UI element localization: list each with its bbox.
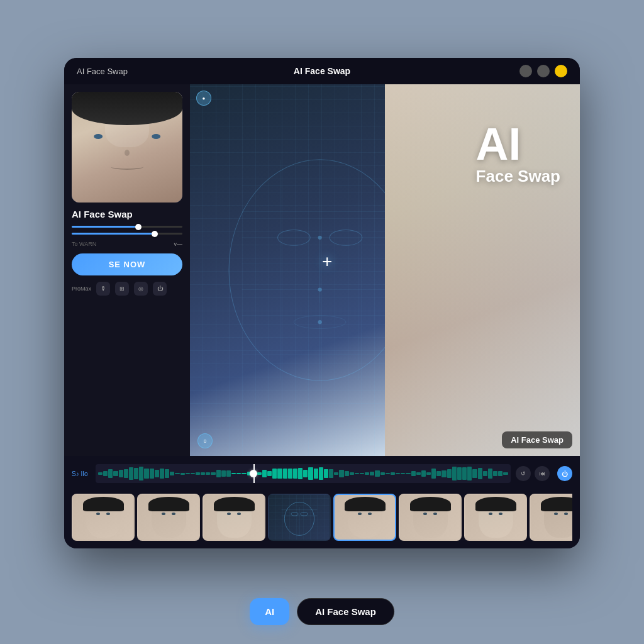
waveform-bar <box>334 472 338 475</box>
waveform-bar <box>277 469 282 479</box>
waveform-bar <box>201 472 205 475</box>
face-hair <box>72 92 182 125</box>
loop-button[interactable]: ↺ <box>516 466 531 481</box>
thumbnail[interactable] <box>530 494 572 541</box>
th-hair <box>410 497 451 511</box>
info-button[interactable] <box>519 65 532 77</box>
thumbnail[interactable] <box>268 494 331 541</box>
waveform-bar <box>288 469 292 479</box>
th-eyes <box>162 513 175 515</box>
th-eye-right <box>499 513 502 515</box>
th-eyes <box>554 513 568 515</box>
circle-btn-label: 0 <box>204 438 206 444</box>
waveform-bar <box>242 473 246 474</box>
waveform-bar <box>150 469 154 479</box>
thumbnail-face <box>204 495 264 540</box>
waveform-bar <box>221 470 226 476</box>
waveform-bar <box>493 471 497 477</box>
slider-track-1[interactable] <box>72 226 182 228</box>
slider-thumb-1[interactable] <box>135 224 142 230</box>
waveform-bar <box>144 469 148 479</box>
sidebar-title: AI Face Swap <box>72 209 182 219</box>
thumbnail-face <box>138 495 199 540</box>
window-controls <box>519 65 567 77</box>
timeline-area: S♪ IIo ↺ ⏮ ⏻ <box>64 456 580 548</box>
power-button[interactable]: ⏻ <box>557 466 572 481</box>
timeline-controls-right: ↺ ⏮ ⏻ <box>516 466 572 481</box>
th-eyes <box>96 513 110 515</box>
face-smile <box>111 164 144 170</box>
title-center: AI Face Swap <box>294 66 350 76</box>
thumbnail[interactable] <box>137 494 200 541</box>
slider-thumb-2[interactable] <box>152 231 158 237</box>
thumbnail[interactable] <box>399 494 462 541</box>
waveform-bar <box>467 467 472 480</box>
main-area: AI Face Swap To WARN v— <box>64 84 580 456</box>
ai-overlay-text: AI Face Swap <box>476 121 560 186</box>
waveform-bar <box>478 468 482 479</box>
waveform-bar <box>165 469 169 478</box>
th-eyes <box>358 513 372 515</box>
th-face <box>86 497 121 538</box>
th-eye-left <box>227 513 231 515</box>
waveform-bar <box>375 470 379 477</box>
waveform-bar <box>396 473 400 474</box>
th-face <box>152 497 186 538</box>
th-hair <box>345 497 386 511</box>
waveform-bar <box>293 469 297 479</box>
waveform-container[interactable] <box>96 464 511 483</box>
th-eye-left <box>358 513 362 515</box>
waveform-bar <box>488 469 492 478</box>
ctrl-off-button[interactable]: ⏻ <box>153 282 167 296</box>
th-face <box>348 497 382 538</box>
waveform-bars <box>96 464 511 483</box>
title-left: AI Face Swap <box>77 67 128 76</box>
waveform-bar <box>411 471 416 475</box>
waveform-bar <box>155 470 159 478</box>
waveform-bar <box>231 473 236 474</box>
waveform-bar <box>196 472 200 474</box>
ctrl-grid-button[interactable]: ⊞ <box>115 282 129 296</box>
waveform-bar <box>498 471 502 475</box>
th-hair <box>475 497 516 511</box>
waveform-bar <box>483 471 487 476</box>
waveform-bar <box>431 469 436 478</box>
waveform-bar <box>345 471 349 477</box>
waveform-thumb[interactable] <box>250 470 257 477</box>
previous-button[interactable]: ⏮ <box>535 466 550 481</box>
thumbnail[interactable] <box>72 494 135 541</box>
waveform-bar <box>134 468 138 479</box>
param-value: v— <box>174 241 183 247</box>
thumbnail[interactable] <box>203 494 265 541</box>
face-eye-left <box>94 134 103 139</box>
svg-point-10 <box>294 316 346 329</box>
th-hair <box>148 497 189 511</box>
thumbnail[interactable] <box>464 494 527 541</box>
th-eyes <box>227 513 241 515</box>
circle-btn-bottom[interactable]: 0 <box>197 433 213 448</box>
sound-button[interactable] <box>537 65 550 77</box>
ctrl-label: ProMax <box>72 286 91 292</box>
th-eye-left <box>423 513 427 515</box>
face-left-wireframe <box>190 84 385 456</box>
th-eye-right <box>564 513 568 515</box>
waveform-bar <box>360 473 364 475</box>
circle-btn-top[interactable]: ● <box>196 91 211 106</box>
waveform-bar <box>272 469 277 479</box>
dock-ai-button[interactable]: AI <box>250 598 289 625</box>
thumbnail[interactable] <box>333 494 396 541</box>
dock-faceswap-button[interactable]: AI Face Swap <box>297 598 394 625</box>
swap-button[interactable]: SE NOW <box>72 253 182 275</box>
ctrl-eye-button[interactable]: ◎ <box>134 282 148 296</box>
waveform-bar <box>103 471 108 476</box>
minimize-button[interactable] <box>555 65 567 77</box>
waveform-bar <box>421 470 426 477</box>
th-face <box>544 497 573 538</box>
thumbnail-face <box>531 495 572 540</box>
slider-track-2[interactable] <box>72 233 182 235</box>
ctrl-mic-button[interactable]: 🎙 <box>96 282 110 296</box>
th-eye-right <box>368 513 372 515</box>
svg-point-21 <box>291 512 298 516</box>
th-face <box>413 497 448 538</box>
ai-overlay-sub: Face Swap <box>476 167 560 186</box>
